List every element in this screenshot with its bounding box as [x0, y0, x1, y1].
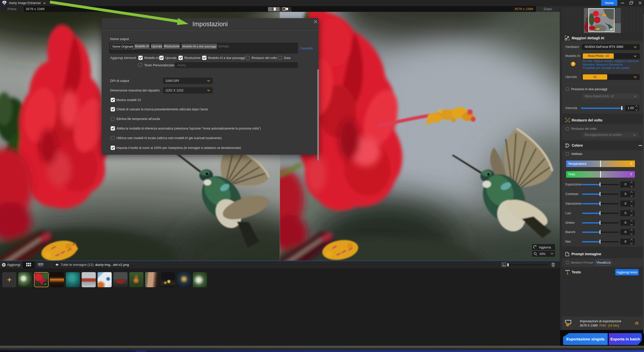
svg-text:43%: 43% — [539, 252, 545, 256]
svg-text:Aggiorna: Aggiorna — [539, 246, 551, 249]
